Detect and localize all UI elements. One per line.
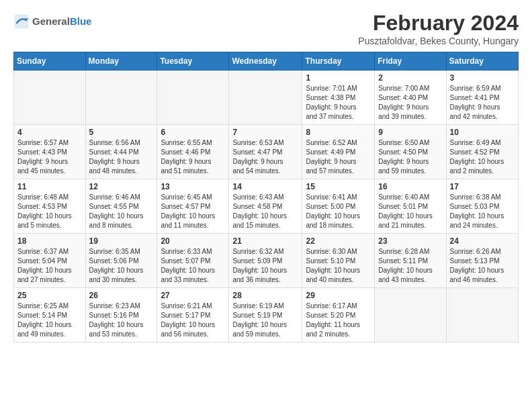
page-title: February 2024 [358,11,519,36]
day-number: 20 [161,236,225,246]
day-info: Sunrise: 6:28 AM Sunset: 5:11 PM Dayligh… [378,247,442,285]
calendar-cell [446,288,518,342]
day-info: Sunrise: 6:17 AM Sunset: 5:20 PM Dayligh… [306,302,371,339]
weekday-header-saturday: Saturday [446,52,518,71]
day-info: Sunrise: 6:40 AM Sunset: 5:01 PM Dayligh… [378,193,442,230]
day-info: Sunrise: 6:19 AM Sunset: 5:19 PM Dayligh… [232,302,298,339]
calendar-cell: 5Sunrise: 6:56 AM Sunset: 4:44 PM Daylig… [85,125,157,179]
day-number: 25 [17,291,82,300]
calendar-cell [375,288,446,342]
calendar-cell: 3Sunrise: 6:59 AM Sunset: 4:41 PM Daylig… [446,71,518,125]
day-info: Sunrise: 6:38 AM Sunset: 5:03 PM Dayligh… [450,193,515,230]
day-number: 2 [378,73,442,83]
calendar-cell: 25Sunrise: 6:25 AM Sunset: 5:14 PM Dayli… [14,288,86,342]
day-number: 28 [232,291,298,300]
calendar-cell [14,71,86,125]
day-number: 23 [378,236,442,246]
day-number: 14 [232,182,298,191]
day-info: Sunrise: 7:01 AM Sunset: 4:38 PM Dayligh… [306,84,371,122]
day-info: Sunrise: 6:55 AM Sunset: 4:46 PM Dayligh… [161,138,225,176]
day-info: Sunrise: 6:21 AM Sunset: 5:17 PM Dayligh… [161,302,225,339]
calendar-cell: 15Sunrise: 6:41 AM Sunset: 5:00 PM Dayli… [302,179,375,234]
weekday-header-row: SundayMondayTuesdayWednesdayThursdayFrid… [14,52,519,71]
calendar-cell: 22Sunrise: 6:30 AM Sunset: 5:10 PM Dayli… [302,234,375,288]
day-number: 10 [450,128,515,137]
calendar-cell: 7Sunrise: 6:53 AM Sunset: 4:47 PM Daylig… [229,125,302,179]
calendar-cell: 4Sunrise: 6:57 AM Sunset: 4:43 PM Daylig… [14,125,86,179]
day-info: Sunrise: 6:48 AM Sunset: 4:53 PM Dayligh… [17,193,82,230]
calendar-week-row: 18Sunrise: 6:37 AM Sunset: 5:04 PM Dayli… [14,234,519,288]
day-number: 1 [306,73,371,83]
day-number: 18 [17,236,82,246]
weekday-header-tuesday: Tuesday [157,52,229,71]
calendar-cell: 10Sunrise: 6:49 AM Sunset: 4:52 PM Dayli… [446,125,518,179]
calendar-cell: 16Sunrise: 6:40 AM Sunset: 5:01 PM Dayli… [375,179,446,234]
calendar-cell: 14Sunrise: 6:43 AM Sunset: 4:58 PM Dayli… [229,179,302,234]
day-info: Sunrise: 6:32 AM Sunset: 5:09 PM Dayligh… [232,247,298,285]
calendar-cell: 13Sunrise: 6:45 AM Sunset: 4:57 PM Dayli… [157,179,229,234]
calendar-cell: 18Sunrise: 6:37 AM Sunset: 5:04 PM Dayli… [14,234,86,288]
day-number: 16 [378,182,442,191]
day-info: Sunrise: 6:45 AM Sunset: 4:57 PM Dayligh… [161,193,225,230]
calendar-cell: 28Sunrise: 6:19 AM Sunset: 5:19 PM Dayli… [229,288,302,342]
calendar-cell: 20Sunrise: 6:33 AM Sunset: 5:07 PM Dayli… [157,234,229,288]
calendar-table: SundayMondayTuesdayWednesdayThursdayFrid… [13,52,519,342]
calendar-cell: 12Sunrise: 6:46 AM Sunset: 4:55 PM Dayli… [85,179,157,234]
calendar-week-row: 4Sunrise: 6:57 AM Sunset: 4:43 PM Daylig… [14,125,519,179]
calendar-week-row: 1Sunrise: 7:01 AM Sunset: 4:38 PM Daylig… [14,71,519,125]
day-info: Sunrise: 6:23 AM Sunset: 5:16 PM Dayligh… [89,302,154,339]
day-number: 29 [306,291,371,300]
weekday-header-sunday: Sunday [14,52,86,71]
day-info: Sunrise: 6:33 AM Sunset: 5:07 PM Dayligh… [161,247,225,285]
day-info: Sunrise: 6:30 AM Sunset: 5:10 PM Dayligh… [306,247,371,285]
calendar-cell: 26Sunrise: 6:23 AM Sunset: 5:16 PM Dayli… [85,288,157,342]
day-number: 27 [161,291,225,300]
day-number: 7 [232,128,298,137]
day-number: 11 [17,182,82,191]
day-info: Sunrise: 6:52 AM Sunset: 4:49 PM Dayligh… [306,138,371,176]
day-number: 5 [89,128,154,137]
day-number: 3 [450,73,515,83]
day-info: Sunrise: 6:53 AM Sunset: 4:47 PM Dayligh… [232,138,298,176]
day-number: 6 [161,128,225,137]
day-number: 19 [89,236,154,246]
day-number: 4 [17,128,82,137]
calendar-cell: 27Sunrise: 6:21 AM Sunset: 5:17 PM Dayli… [157,288,229,342]
page-subtitle: Pusztafoldvar, Bekes County, Hungary [358,36,519,46]
day-number: 9 [378,128,442,137]
weekday-header-friday: Friday [375,52,446,71]
calendar-cell: 6Sunrise: 6:55 AM Sunset: 4:46 PM Daylig… [157,125,229,179]
day-number: 12 [89,182,154,191]
day-number: 15 [306,182,371,191]
day-number: 8 [306,128,371,137]
day-info: Sunrise: 6:41 AM Sunset: 5:00 PM Dayligh… [306,193,371,230]
logo-general-text: General [32,15,70,27]
calendar-cell: 11Sunrise: 6:48 AM Sunset: 4:53 PM Dayli… [14,179,86,234]
logo-blue-text: Blue [70,15,92,27]
day-info: Sunrise: 6:26 AM Sunset: 5:13 PM Dayligh… [450,247,515,285]
day-number: 17 [450,182,515,191]
logo: GeneralBlue [13,13,91,30]
page-header: GeneralBlue February 2024 Pusztafoldvar,… [13,11,519,46]
day-info: Sunrise: 6:59 AM Sunset: 4:41 PM Dayligh… [450,84,515,122]
day-info: Sunrise: 6:35 AM Sunset: 5:06 PM Dayligh… [89,247,154,285]
calendar-cell: 9Sunrise: 6:50 AM Sunset: 4:50 PM Daylig… [375,125,446,179]
calendar-cell: 19Sunrise: 6:35 AM Sunset: 5:06 PM Dayli… [85,234,157,288]
day-number: 24 [450,236,515,246]
weekday-header-wednesday: Wednesday [229,52,302,71]
calendar-cell: 17Sunrise: 6:38 AM Sunset: 5:03 PM Dayli… [446,179,518,234]
weekday-header-monday: Monday [85,52,157,71]
calendar-cell: 1Sunrise: 7:01 AM Sunset: 4:38 PM Daylig… [302,71,375,125]
day-info: Sunrise: 6:49 AM Sunset: 4:52 PM Dayligh… [450,138,515,176]
calendar-week-row: 25Sunrise: 6:25 AM Sunset: 5:14 PM Dayli… [14,288,519,342]
svg-rect-0 [15,15,29,29]
day-info: Sunrise: 6:43 AM Sunset: 4:58 PM Dayligh… [232,193,298,230]
calendar-week-row: 11Sunrise: 6:48 AM Sunset: 4:53 PM Dayli… [14,179,519,234]
calendar-cell [229,71,302,125]
calendar-cell: 24Sunrise: 6:26 AM Sunset: 5:13 PM Dayli… [446,234,518,288]
day-info: Sunrise: 6:57 AM Sunset: 4:43 PM Dayligh… [17,138,82,176]
calendar-cell: 21Sunrise: 6:32 AM Sunset: 5:09 PM Dayli… [229,234,302,288]
day-number: 21 [232,236,298,246]
day-info: Sunrise: 6:46 AM Sunset: 4:55 PM Dayligh… [89,193,154,230]
day-number: 22 [306,236,371,246]
